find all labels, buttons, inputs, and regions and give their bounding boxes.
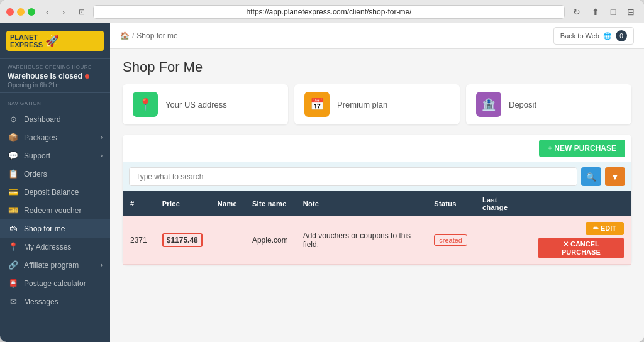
affiliate-icon: 🔗 xyxy=(8,260,19,270)
shop-icon: 🛍 xyxy=(8,224,19,233)
dashboard-icon: ⊙ xyxy=(8,114,19,124)
col-header-name: Name xyxy=(210,191,245,216)
deposit-balance-icon: 💳 xyxy=(8,187,19,197)
minimize-button[interactable] xyxy=(17,8,25,16)
page-area: Shop For Me 📍 Your US address 📅 Premium … xyxy=(110,49,644,342)
status-dot-icon xyxy=(85,74,89,79)
logo-rocket-icon: 🚀 xyxy=(45,34,59,48)
sidebar-item-dashboard[interactable]: ⊙ Dashboard xyxy=(0,110,110,128)
breadcrumb: 🏠 / Shop for me xyxy=(120,31,178,40)
warehouse-status-text: Warehouse is closed xyxy=(8,72,82,80)
table-header-row: # Price Name Site name Note Status Last … xyxy=(123,191,631,216)
search-button[interactable]: 🔍 xyxy=(581,167,601,186)
browser-chrome: ‹ › ⊡ https://app.planetexpress.com/clie… xyxy=(0,0,644,23)
sidebar-item-label: Orders xyxy=(24,170,47,179)
cell-note: Add vouchers or coupons to this field. xyxy=(296,216,427,265)
globe-icon: 🌐 xyxy=(603,32,612,40)
back-nav-button[interactable]: ‹ xyxy=(40,5,54,19)
sidebar-item-messages[interactable]: ✉ Messages xyxy=(0,292,110,311)
breadcrumb-home[interactable]: 🏠 xyxy=(120,31,130,40)
cell-name xyxy=(210,216,245,265)
sidebar-item-label: Support xyxy=(24,152,50,160)
cell-id: 2371 xyxy=(123,216,155,265)
support-icon: 💬 xyxy=(8,151,19,160)
sidebar-item-affiliate-program[interactable]: 🔗 Affiliate program › xyxy=(0,256,110,274)
warehouse-label: WAREHOUSE OPENING HOURS xyxy=(8,64,103,70)
breadcrumb-separator: / xyxy=(132,31,134,40)
chevron-right-icon: › xyxy=(101,152,103,159)
orders-icon: 📋 xyxy=(8,169,19,179)
search-input[interactable] xyxy=(129,167,577,186)
cell-price: $1175.48 xyxy=(155,216,210,265)
data-table: # Price Name Site name Note Status Last … xyxy=(123,191,631,265)
maximize-button[interactable] xyxy=(28,8,35,16)
status-badge: created xyxy=(434,234,467,246)
table-row: 2371 $1175.48 Apple.com Add vouchers or … xyxy=(123,216,631,265)
col-header-id: # xyxy=(123,191,155,216)
sidebar-item-redeem-voucher[interactable]: 🎫 Redeem voucher xyxy=(0,201,110,219)
warehouse-status: Warehouse is closed xyxy=(8,72,103,80)
col-header-site: Site name xyxy=(245,191,296,216)
sidebar-item-label: Dashboard xyxy=(24,115,61,124)
sidebar-item-my-addresses[interactable]: 📍 My Addresses xyxy=(0,238,110,256)
cell-site: Apple.com xyxy=(245,216,296,265)
warehouse-opening-time: Opening in 6h 21m xyxy=(8,82,103,89)
col-header-status: Status xyxy=(426,191,475,216)
messages-icon: ✉ xyxy=(8,297,19,306)
sidebar-toggle-button[interactable]: ⊟ xyxy=(624,5,638,19)
edit-button[interactable]: ✏ EDIT xyxy=(586,222,624,235)
forward-nav-button[interactable]: › xyxy=(57,5,70,19)
sidebar-item-label: Affiliate program xyxy=(24,261,79,270)
main-content: 🏠 / Shop for me Back to Web 🌐 0 Shop For… xyxy=(110,23,644,342)
sidebar-item-postage-calculator[interactable]: 📮 Postage calculator xyxy=(0,274,110,292)
feature-card-deposit[interactable]: 🏦 Deposit xyxy=(466,84,631,124)
reload-button[interactable]: ↻ xyxy=(570,5,584,19)
share-button[interactable]: ⬆ xyxy=(589,5,602,19)
filter-button[interactable]: ▼ xyxy=(605,167,625,186)
sidebar-item-deposit-balance[interactable]: 💳 Deposit Balance xyxy=(0,183,110,201)
back-to-web-button[interactable]: Back to Web 🌐 0 xyxy=(553,27,634,45)
col-header-last-change: Last change xyxy=(475,191,531,216)
col-header-note: Note xyxy=(296,191,427,216)
sidebar-item-packages[interactable]: 📦 Packages › xyxy=(0,128,110,146)
cell-actions: ✏ EDIT ✕ CANCEL PURCHASE xyxy=(531,216,631,265)
window-toggle-button[interactable]: ⊡ xyxy=(75,6,88,18)
breadcrumb-current: Shop for me xyxy=(136,31,177,40)
toolbar-row: + NEW PURCHASE xyxy=(123,135,631,162)
nav-section-label: NAVIGATION xyxy=(0,98,110,110)
logo-area: PLANET EXPRESS 🚀 xyxy=(0,23,110,58)
logo: PLANET EXPRESS 🚀 xyxy=(6,31,104,51)
notification-badge: 0 xyxy=(616,30,627,41)
search-icon: 🔍 xyxy=(586,172,596,182)
new-purchase-button[interactable]: + NEW PURCHASE xyxy=(539,140,625,157)
cancel-purchase-button[interactable]: ✕ CANCEL PURCHASE xyxy=(538,238,624,258)
sidebar-item-label: Shop for me xyxy=(24,224,65,233)
address-bar[interactable]: https://app.planetexpress.com/client/sho… xyxy=(93,5,565,19)
close-button[interactable] xyxy=(6,8,14,16)
table-container: + NEW PURCHASE 🔍 ▼ xyxy=(123,135,631,265)
sidebar-item-support[interactable]: 💬 Support › xyxy=(0,146,110,165)
feature-card-premium-plan[interactable]: 📅 Premium plan xyxy=(294,84,460,124)
postage-icon: 📮 xyxy=(8,279,19,288)
search-row: 🔍 ▼ xyxy=(123,162,631,191)
voucher-icon: 🎫 xyxy=(8,206,19,215)
chevron-right-icon: › xyxy=(101,134,103,141)
packages-icon: 📦 xyxy=(8,133,19,142)
addresses-icon: 📍 xyxy=(8,242,19,251)
deposit-label: Deposit xyxy=(509,100,536,109)
nav-section: NAVIGATION ⊙ Dashboard 📦 Packages › 💬 Su… xyxy=(0,93,110,316)
col-header-actions xyxy=(531,191,631,216)
feature-card-us-address[interactable]: 📍 Your US address xyxy=(123,84,288,124)
top-bar: 🏠 / Shop for me Back to Web 🌐 0 xyxy=(110,23,644,49)
cell-last-change xyxy=(475,216,531,265)
sidebar-item-shop-for-me[interactable]: 🛍 Shop for me xyxy=(0,219,110,238)
feature-cards: 📍 Your US address 📅 Premium plan 🏦 Depos… xyxy=(123,84,631,124)
sidebar-item-label: Postage calculator xyxy=(24,279,86,288)
action-buttons: ✏ EDIT ✕ CANCEL PURCHASE xyxy=(538,222,624,258)
bookmark-button[interactable]: □ xyxy=(606,5,620,19)
traffic-lights xyxy=(6,8,35,16)
sidebar-item-orders[interactable]: 📋 Orders xyxy=(0,165,110,183)
chevron-right-icon: › xyxy=(101,262,103,268)
warehouse-section: WAREHOUSE OPENING HOURS Warehouse is clo… xyxy=(0,58,110,93)
filter-icon: ▼ xyxy=(611,172,619,182)
